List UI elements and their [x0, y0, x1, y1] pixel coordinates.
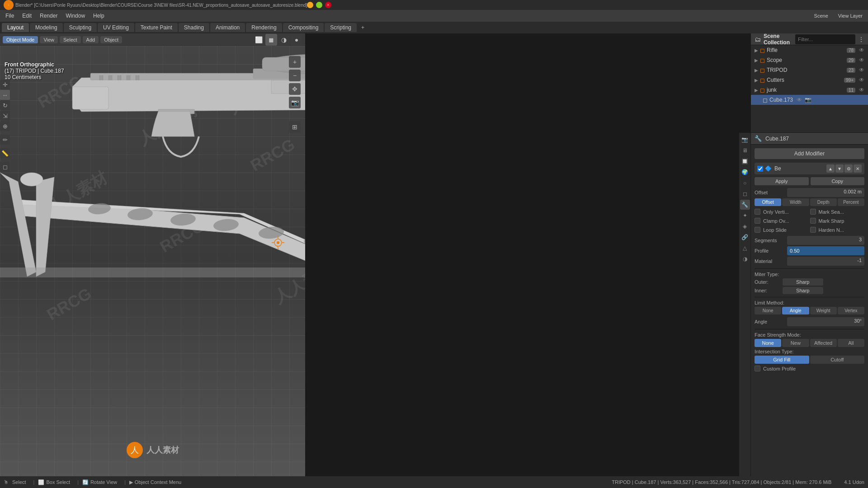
- tripod-visibility[interactable]: 👁: [859, 67, 864, 73]
- segments-value[interactable]: 3: [787, 236, 864, 245]
- menu-help[interactable]: Help: [90, 12, 108, 20]
- prop-icon-view-layer[interactable]: 🔲: [740, 156, 750, 166]
- outliner-item-tripod[interactable]: ▶ ◻ TRIPOD 23 👁: [751, 65, 868, 75]
- tab-rendering[interactable]: Rendering: [246, 23, 282, 32]
- menu-file[interactable]: File: [2, 12, 18, 20]
- outliner-filter-button[interactable]: ⋮: [858, 35, 864, 44]
- viewport-pan[interactable]: ✥: [289, 83, 301, 95]
- prop-icon-render[interactable]: 📷: [740, 135, 750, 145]
- profile-bar[interactable]: 0.50: [787, 246, 864, 255]
- maximize-button[interactable]: □: [316, 2, 322, 8]
- rotate-tool[interactable]: ↻: [0, 100, 10, 110]
- material-value[interactable]: -1: [787, 257, 864, 266]
- face-strength-affected[interactable]: Affected: [810, 339, 837, 347]
- modifier-close-button[interactable]: ✕: [854, 164, 862, 173]
- limit-none-button[interactable]: None: [755, 307, 781, 314]
- annotate-tool[interactable]: ✏: [0, 135, 10, 145]
- scale-tool[interactable]: ⇲: [0, 111, 10, 121]
- viewport-zoom-in[interactable]: +: [289, 56, 301, 68]
- offset-value[interactable]: 0.002 m: [787, 188, 864, 197]
- viewport-shading-wireframe[interactable]: ⬜: [253, 34, 264, 46]
- only-verts-checkbox[interactable]: [755, 209, 760, 215]
- tab-percent[interactable]: Percent: [838, 198, 864, 206]
- scope-visibility[interactable]: 👁: [859, 57, 864, 63]
- modifier-down-button[interactable]: ▼: [835, 164, 844, 173]
- tab-uv-editing[interactable]: UV Editing: [98, 23, 134, 32]
- viewport-shading-solid[interactable]: ◼: [265, 34, 277, 46]
- viewport-zoom-out[interactable]: −: [289, 70, 301, 81]
- face-strength-all[interactable]: All: [838, 339, 864, 347]
- outliner-item-rifle[interactable]: ▶ ◻ Rifle 78 👁: [751, 45, 868, 55]
- add-menu-button[interactable]: Add: [83, 36, 99, 43]
- prop-icon-constraints[interactable]: 🔗: [740, 232, 750, 242]
- prop-icon-scene[interactable]: 🌍: [740, 167, 750, 177]
- transform-tool[interactable]: ⊕: [0, 121, 10, 131]
- tab-offset[interactable]: Offset: [755, 198, 781, 206]
- outliner-item-junk[interactable]: ▶ ◻ junk 11 👁: [751, 85, 868, 95]
- viewport-shading-material[interactable]: ◑: [278, 34, 290, 46]
- viewport-shading-render[interactable]: ●: [291, 34, 302, 46]
- menu-window[interactable]: Window: [62, 12, 89, 20]
- face-strength-new[interactable]: New: [782, 339, 809, 347]
- tab-animation[interactable]: Animation: [210, 23, 245, 32]
- outliner-item-cube173[interactable]: ◻ Cube.173 👁 📷: [751, 95, 868, 105]
- object-menu-button[interactable]: Object: [100, 36, 122, 43]
- mark-seam-checkbox[interactable]: [810, 209, 816, 215]
- measure-tool[interactable]: 📏: [0, 148, 10, 158]
- limit-angle-button[interactable]: Angle: [782, 307, 809, 314]
- modifier-enabled-checkbox[interactable]: [757, 166, 763, 172]
- angle-value[interactable]: 30°: [787, 317, 864, 326]
- outliner-item-scope[interactable]: ▶ ◻ Scope 29 👁: [751, 55, 868, 65]
- mark-sharp-checkbox[interactable]: [810, 218, 816, 224]
- menu-edit[interactable]: Edit: [19, 12, 35, 20]
- copy-button[interactable]: Copy: [811, 177, 865, 185]
- add-modifier-button[interactable]: Add Modifier: [755, 148, 864, 159]
- loop-slide-checkbox[interactable]: [755, 227, 760, 233]
- limit-vertex-button[interactable]: Vertex: [838, 307, 864, 314]
- viewport-grid-toggle[interactable]: ⊞: [289, 121, 301, 133]
- prop-icon-physics[interactable]: ◈: [740, 221, 750, 231]
- prop-icon-world[interactable]: ○: [740, 178, 750, 188]
- outliner-item-cutters[interactable]: ▶ ◻ Cutters 99+ 👁: [751, 75, 868, 85]
- rifle-visibility[interactable]: 👁: [859, 47, 864, 53]
- prop-icon-particles[interactable]: ✦: [740, 211, 750, 221]
- junk-visibility[interactable]: 👁: [859, 87, 864, 93]
- inner-value[interactable]: Sharp: [783, 287, 823, 294]
- close-button[interactable]: ✕: [325, 2, 331, 8]
- select-menu-button[interactable]: Select: [60, 36, 81, 43]
- tab-compositing[interactable]: Compositing: [283, 23, 324, 32]
- tab-texture-paint[interactable]: Texture Paint: [135, 23, 178, 32]
- cube173-visibility[interactable]: 👁: [797, 97, 802, 103]
- face-strength-none[interactable]: None: [755, 339, 781, 347]
- prop-icon-output[interactable]: 🖥: [740, 145, 750, 155]
- tab-depth[interactable]: Depth: [810, 198, 837, 206]
- prop-icon-material[interactable]: ◑: [740, 254, 750, 264]
- tab-layout[interactable]: Layout: [2, 23, 29, 32]
- outliner-search-input[interactable]: [795, 34, 855, 44]
- add-workspace-button[interactable]: +: [358, 23, 368, 32]
- cursor-tool[interactable]: ✛: [0, 80, 10, 89]
- modifier-settings-button[interactable]: ⚙: [844, 164, 853, 173]
- custom-profile-checkbox[interactable]: [755, 366, 760, 371]
- viewport-3d[interactable]: Object Mode View Select Add Object ⬜ ◼ ◑…: [0, 33, 305, 476]
- modifier-up-button[interactable]: ▲: [826, 164, 835, 173]
- tab-scripting[interactable]: Scripting: [325, 23, 357, 32]
- tab-sculpting[interactable]: Sculpting: [64, 23, 97, 32]
- view-menu-button[interactable]: View: [40, 36, 58, 43]
- intersection-grid-fill[interactable]: Grid Fill: [755, 356, 809, 364]
- clamp-overlap-checkbox[interactable]: [755, 218, 760, 224]
- apply-button[interactable]: Apply: [755, 177, 809, 185]
- prop-icon-data[interactable]: △: [740, 243, 750, 253]
- cutters-visibility[interactable]: 👁: [859, 77, 864, 83]
- prop-icon-modifiers[interactable]: 🔧: [740, 200, 750, 210]
- viewport-camera[interactable]: 📷: [289, 97, 301, 108]
- minimize-button[interactable]: ─: [307, 2, 313, 8]
- menu-render[interactable]: Render: [36, 12, 61, 20]
- limit-weight-button[interactable]: Weight: [810, 307, 837, 314]
- add-cube-tool[interactable]: ◻: [0, 162, 10, 172]
- tab-shading[interactable]: Shading: [179, 23, 209, 32]
- intersection-cutoff[interactable]: Cutoff: [810, 356, 865, 364]
- viewport-background[interactable]: RRCG 人人素材 RRCG 人人素材 人人素材 RRCG 人人素材 RRCG …: [0, 46, 305, 476]
- prop-icon-object[interactable]: ◻: [740, 189, 750, 199]
- outer-value[interactable]: Sharp: [783, 278, 823, 286]
